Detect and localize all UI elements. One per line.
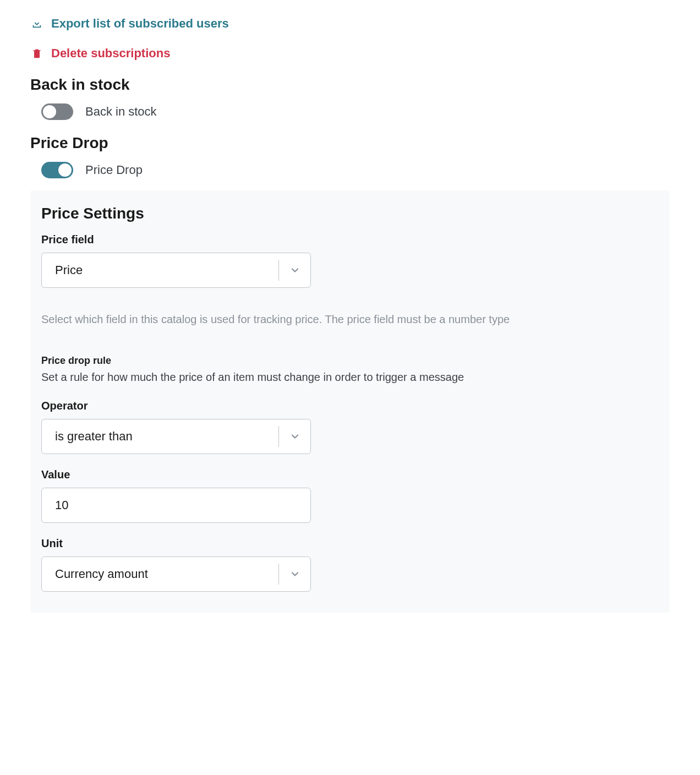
trash-icon	[30, 47, 43, 60]
operator-select[interactable]: is greater than	[41, 419, 311, 454]
download-icon	[30, 17, 43, 30]
export-users-link[interactable]: Export list of subscribed users	[30, 17, 670, 31]
unit-select[interactable]: Currency amount	[41, 556, 311, 592]
back-in-stock-toggle[interactable]	[41, 103, 73, 120]
price-drop-toggle-label: Price Drop	[85, 163, 143, 177]
export-users-label: Export list of subscribed users	[51, 17, 229, 31]
price-settings-heading: Price Settings	[41, 205, 659, 222]
unit-value: Currency amount	[55, 567, 278, 581]
price-field-value: Price	[55, 263, 278, 277]
operator-label: Operator	[41, 400, 659, 412]
unit-row: Unit Currency amount	[41, 537, 659, 592]
price-drop-rule-description: Set a rule for how much the price of an …	[41, 369, 659, 385]
chevron-down-icon	[278, 426, 310, 447]
price-drop-rule-label: Price drop rule	[41, 355, 659, 367]
price-field-select[interactable]: Price	[41, 253, 311, 288]
price-field-label: Price field	[41, 233, 659, 246]
price-drop-heading: Price Drop	[30, 134, 670, 152]
price-field-row: Price field Price Select which field in …	[41, 233, 659, 328]
price-drop-toggle[interactable]	[41, 162, 73, 178]
price-settings-panel: Price Settings Price field Price Select …	[30, 190, 670, 613]
price-drop-toggle-row: Price Drop	[30, 160, 670, 183]
chevron-down-icon	[278, 564, 310, 585]
value-label: Value	[41, 468, 659, 481]
back-in-stock-toggle-label: Back in stock	[85, 105, 157, 119]
price-field-help: Select which field in this catalog is us…	[41, 311, 659, 328]
unit-label: Unit	[41, 537, 659, 550]
value-input[interactable]	[42, 488, 310, 522]
chevron-down-icon	[278, 260, 310, 281]
operator-value: is greater than	[55, 429, 278, 444]
delete-subscriptions-label: Delete subscriptions	[51, 46, 170, 61]
back-in-stock-heading: Back in stock	[30, 76, 670, 94]
delete-subscriptions-link[interactable]: Delete subscriptions	[30, 46, 670, 61]
value-row: Value	[41, 468, 659, 523]
value-input-wrap	[41, 488, 311, 523]
back-in-stock-toggle-row: Back in stock	[30, 101, 670, 124]
operator-row: Operator is greater than	[41, 400, 659, 454]
